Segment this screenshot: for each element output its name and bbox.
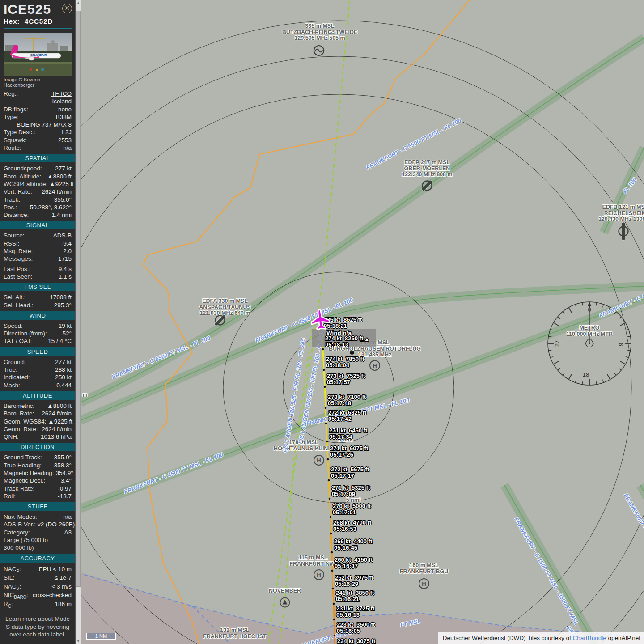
row-label: Roll:	[4, 492, 16, 500]
row-value: 2.0	[34, 247, 72, 255]
row-label: Sel. Head.:	[4, 301, 34, 309]
data-row: True Heading:358.3°	[0, 462, 75, 469]
row-value: ▲8800 ft	[43, 173, 72, 180]
row-label: Indicated:	[4, 373, 30, 381]
row-value: 295.3°	[35, 301, 72, 309]
row-label: Magnetic Decl.:	[4, 477, 45, 484]
aircraft-photo[interactable]: ICELANDAIR	[4, 33, 72, 76]
row-label: QNH:	[4, 433, 19, 441]
row-label: Geom. WGS84:	[4, 418, 46, 425]
callsign: ICE525	[4, 2, 72, 17]
header-divider	[4, 28, 72, 29]
trail-point-label: 273 kt 7100 ft05:17:48	[328, 394, 366, 406]
data-row: NACV:< 3 m/s	[0, 582, 75, 591]
trail-point-label: 272 kt 6825 ft05:17:42	[328, 410, 366, 422]
vor-label: METRO110.000 MHz MTR	[566, 325, 613, 337]
data-row: True:288 kt	[0, 366, 75, 373]
row-value: 9.4 s	[32, 265, 72, 273]
site-label: EDFB 121 m MSLREICHELSHEIM120.430 MHz 13…	[598, 204, 644, 223]
data-row: RSSI:-9.4	[0, 240, 75, 247]
data-row: Direction (from):52°	[0, 330, 75, 337]
registration-link[interactable]: TF-ICO	[20, 90, 72, 97]
trail-point-label: 260 kt 4150 ft05:16:37	[335, 557, 373, 569]
trail-point-label: 271 kt 6075 ft05:17:26	[330, 445, 368, 458]
close-icon[interactable]: ✕	[62, 4, 72, 13]
data-row: Iceland	[0, 97, 75, 105]
data-row: ADS-B Ver.:v2 (DO-260B)	[0, 521, 75, 528]
data-row: Magnetic Decl.:3.4°	[0, 477, 75, 484]
row-value: A3	[32, 529, 72, 536]
row-value: B38M	[20, 113, 72, 121]
row-value: -0.97	[36, 485, 72, 492]
data-row: NACP:EPU < 10 m	[0, 565, 75, 574]
data-sections: Reg.:TF-ICOIcelandDB flags:noneType:B38M…	[0, 89, 75, 609]
data-row: Ground:277 kt	[0, 358, 75, 366]
section-header-fms-sel: FMS SEL	[0, 283, 75, 291]
data-row: Squawk:2553	[0, 136, 75, 144]
row-value: 1.1 s	[34, 273, 72, 280]
row-value: n/a	[23, 144, 72, 152]
row-label: SIL:	[4, 573, 14, 582]
row-value: v2 (DO-260B)	[38, 521, 75, 528]
row-label: Type Desc.:	[4, 128, 35, 136]
map-scale-bar: 1 NM	[86, 633, 116, 640]
data-row: Baro. Rate:2624 ft/min	[0, 410, 75, 417]
row-value: 355.0°	[44, 453, 72, 461]
row-label: Messages:	[4, 255, 33, 263]
row-value: 3.4°	[47, 477, 72, 484]
data-row: Track Rate:-0.97	[0, 485, 75, 492]
row-value: ▲9225 ft	[49, 180, 74, 188]
row-value: 2624 ft/min	[34, 188, 72, 195]
selected-aircraft-icon[interactable]	[309, 309, 331, 332]
row-label: Type:	[4, 113, 18, 121]
data-row: TAT / OAT:15 / 4 °C	[0, 337, 75, 345]
section-header-signal: SIGNAL	[0, 221, 75, 229]
row-value: 15 / 4 °C	[34, 337, 72, 345]
row-value: none	[30, 106, 72, 113]
row-label: WGS84 altitude:	[4, 180, 47, 188]
row-value: 0.444	[22, 381, 72, 389]
trail-point-label: 223 kt 3500 ft05:16:05	[337, 622, 375, 634]
row-label: Ground:	[4, 358, 25, 366]
scrollbar-thumb[interactable]	[76, 11, 80, 587]
map-canvas[interactable]: HHHH061827 Wind n/a METRO110.000 MHz MTR…	[80, 0, 644, 644]
data-row: Groundspeed:277 kt	[0, 165, 75, 172]
chartbundle-link[interactable]: ChartBundle	[573, 635, 606, 641]
trail-point-label: 266 kt 4400 ft05:16:45	[334, 538, 372, 551]
row-label: Baro. Rate:	[4, 410, 34, 417]
data-row: Type:B38M	[0, 113, 75, 121]
svg-text:6: 6	[618, 343, 624, 346]
row-label: Magnetic Heading:	[4, 469, 54, 477]
data-row: Geom. WGS84:▲9225 ft	[0, 418, 75, 425]
row-value: 358.3°	[43, 462, 72, 469]
row-label: Vert. Rate:	[4, 188, 32, 195]
row-value: 19 kt	[25, 322, 72, 330]
row-label: Pos.:	[4, 203, 17, 211]
data-row: RC:186 m	[0, 600, 75, 609]
data-row: Speed:19 kt	[0, 322, 75, 330]
section-header-stuff: STUFF	[0, 502, 75, 511]
category-note: Large (75 000 to 300 000 lb)	[0, 536, 75, 552]
mode-s-hint: Learn more about Mode S data type by hov…	[0, 615, 75, 639]
hex-code: Hex: 4CC52D	[4, 17, 72, 25]
data-row: Baro. Altitude:▲8800 ft	[0, 173, 75, 180]
trail-point-label: 271 kt 6450 ft05:17:34	[329, 428, 367, 440]
svg-text:H: H	[422, 580, 426, 587]
svg-text:27: 27	[554, 340, 560, 347]
row-value: 1.4 nmi	[30, 211, 72, 219]
row-label: Speed:	[4, 322, 23, 330]
data-row: SIL:≤ 1e-7	[0, 573, 75, 582]
svg-text:ICELANDAIR: ICELANDAIR	[30, 53, 47, 56]
site-label: EDFP 247 m MSLOBER-MOERLEN122.340 MHz 80…	[402, 160, 452, 178]
row-value: ▲8800 ft	[36, 402, 72, 410]
row-label: Last Pos.:	[4, 265, 30, 273]
data-row: Category:A3	[0, 529, 75, 536]
data-row: Indicated:250 kt	[0, 373, 75, 381]
svg-text:H: H	[317, 457, 321, 464]
row-label: Ground Track:	[4, 453, 42, 461]
data-row: Ground Track:355.0°	[0, 453, 75, 461]
svg-text:18: 18	[583, 371, 589, 378]
section-header-accuracy: ACCURACY	[0, 554, 75, 563]
data-row: Sel. Alt.:17008 ft	[0, 293, 75, 301]
row-value: cross-checked	[30, 591, 72, 600]
